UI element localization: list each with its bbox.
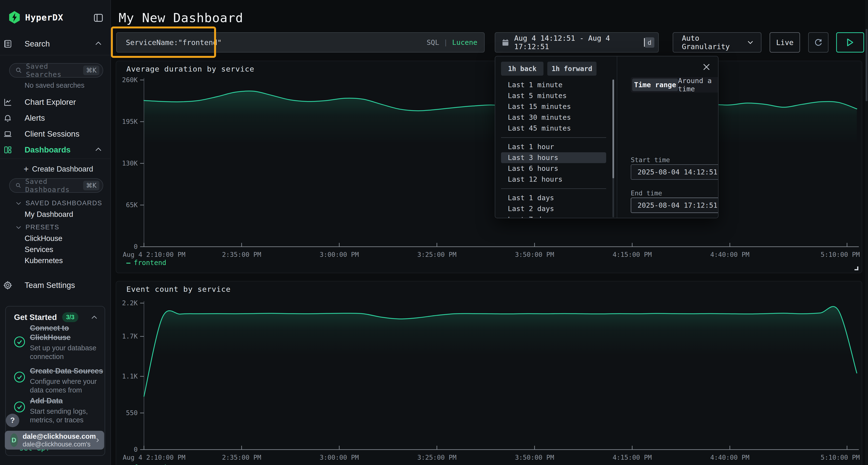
- sidebar-item-label: Client Sessions: [25, 129, 79, 138]
- scrollbar-thumb[interactable]: [613, 79, 614, 178]
- sidebar-item-client-sessions[interactable]: Client Sessions: [0, 126, 111, 142]
- get-started-item[interactable]: Add Data Start sending logs, metrics, or…: [30, 396, 100, 424]
- get-started-item[interactable]: Create Data Sources Configure where your…: [30, 366, 103, 394]
- tab-around-a-time[interactable]: Around a time: [678, 78, 718, 91]
- hyperdx-app: HyperDX Search Saved Search: [0, 0, 868, 465]
- svg-text:1.1K: 1.1K: [122, 372, 138, 380]
- panel-resize-handle[interactable]: [855, 266, 858, 270]
- filter-query-text: ServiceName:"frontend": [126, 38, 222, 47]
- svg-text:2:35:00 PM: 2:35:00 PM: [222, 251, 261, 258]
- quick-range-item[interactable]: Last 30 minutes: [501, 112, 606, 123]
- get-started-item[interactable]: Connect to ClickHouse Set up your databa…: [30, 323, 100, 361]
- sidebar-item-chart-explorer[interactable]: Chart Explorer: [0, 94, 111, 110]
- sidebar-item-my-dashboard[interactable]: My Dashboard: [25, 210, 73, 219]
- saved-dashboards-placeholder: Saved Dashboards: [25, 177, 83, 194]
- sidebar-item-label: Team Settings: [25, 281, 75, 290]
- sidebar-item-search[interactable]: Search: [0, 36, 111, 52]
- chart-legend[interactable]: — frontend: [126, 259, 166, 267]
- get-started-item-title: Connect to ClickHouse: [30, 323, 100, 342]
- start-time-value: 2025-08-04 14:12:51: [638, 168, 717, 176]
- end-time-value: 2025-08-04 17:12:51: [638, 201, 717, 209]
- section-header: PRESETS: [26, 224, 59, 231]
- svg-text:3:00:00 PM: 3:00:00 PM: [320, 251, 359, 258]
- bell-icon: [0, 113, 16, 123]
- svg-text:195K: 195K: [122, 118, 138, 125]
- sidebar-divider: [0, 55, 111, 56]
- quick-range-item[interactable]: Last 2 days: [501, 203, 606, 214]
- dashboard-filter-input[interactable]: ServiceName:"frontend" SQL | Lucene: [116, 32, 485, 53]
- shortcut-badge: ⌘K: [83, 181, 99, 190]
- play-icon: [846, 38, 854, 46]
- user-menu[interactable]: D dale@clickhouse.com dale@clickhouse.co…: [5, 431, 104, 450]
- quick-range-item[interactable]: Last 6 hours: [501, 163, 606, 174]
- sidebar-item-kubernetes[interactable]: Kubernetes: [25, 256, 63, 265]
- run-query-button[interactable]: [836, 32, 864, 53]
- sidebar-item-team-settings[interactable]: Team Settings: [0, 277, 111, 293]
- get-started-header[interactable]: Get Started 3/3: [14, 312, 98, 322]
- check-circle-icon: [13, 336, 26, 348]
- svg-text:Aug 4 2:10:00 PM: Aug 4 2:10:00 PM: [123, 454, 185, 461]
- svg-text:1.7K: 1.7K: [122, 332, 138, 340]
- sidebar-item-services[interactable]: Services: [25, 245, 53, 254]
- quick-range-item[interactable]: Last 5 minutes: [501, 90, 606, 101]
- chart-panel-avg-duration: Average duration by service 065K130K195K…: [116, 61, 862, 273]
- get-started-badge: 3/3: [62, 312, 79, 322]
- sidebar-item-alerts[interactable]: Alerts: [0, 110, 111, 126]
- get-started-title: Get Started: [14, 313, 57, 322]
- lucene-toggle[interactable]: Lucene: [452, 38, 477, 46]
- shift-forward-button[interactable]: 1h forward: [547, 62, 596, 76]
- dashboards-icon: [0, 145, 16, 155]
- help-button[interactable]: ?: [6, 414, 19, 427]
- logo[interactable]: HyperDX: [9, 10, 63, 24]
- quick-range-item[interactable]: Last 12 hours: [501, 174, 606, 185]
- plus-icon: +: [24, 165, 29, 173]
- tab-time-range[interactable]: Time range: [632, 78, 678, 91]
- avatar: D: [10, 433, 18, 447]
- sidebar-item-clickhouse[interactable]: ClickHouse: [25, 234, 62, 243]
- section-header: SAVED DASHBOARDS: [26, 199, 102, 207]
- chart-title: Event count by service: [126, 285, 231, 294]
- svg-text:Aug 4 2:10:00 PM: Aug 4 2:10:00 PM: [123, 251, 185, 258]
- saved-dashboards-input[interactable]: Saved Dashboards ⌘K: [9, 178, 103, 193]
- calendar-icon: [501, 38, 509, 46]
- quick-range-item[interactable]: Last 1 minute: [501, 79, 606, 90]
- start-time-input[interactable]: 2025-08-04 14:12:51: [631, 164, 718, 180]
- svg-text:4:40:00 PM: 4:40:00 PM: [710, 251, 750, 258]
- page-scrollbar-thumb[interactable]: [866, 29, 868, 101]
- refresh-button[interactable]: [808, 32, 829, 53]
- get-started-item-title: Add Data: [30, 396, 100, 405]
- time-picker-tabs: Time range Around a time: [631, 77, 718, 93]
- create-dashboard-button[interactable]: + Create Dashboard: [24, 165, 93, 173]
- time-range-input[interactable]: Aug 4 14:12:51 - Aug 4 17:12:51 d: [495, 32, 659, 53]
- gear-icon: [0, 280, 16, 290]
- saved-searches-placeholder: Saved Searches: [26, 62, 83, 78]
- presets-section-toggle[interactable]: PRESETS: [16, 224, 59, 231]
- sql-toggle[interactable]: SQL: [427, 38, 439, 46]
- quick-range-item[interactable]: Last 45 minutes: [501, 123, 606, 134]
- page-title: My New Dashboard: [119, 10, 243, 25]
- quick-range-item[interactable]: Last 15 minutes: [501, 101, 606, 112]
- sidebar-item-label: Chart Explorer: [25, 98, 76, 107]
- chart-legend[interactable]: — frontend: [126, 464, 166, 465]
- quick-range-item[interactable]: Last 1 days: [501, 193, 606, 203]
- logo-text: HyperDX: [25, 12, 63, 23]
- shift-back-button[interactable]: 1h back: [501, 62, 544, 76]
- svg-text:0: 0: [134, 243, 138, 250]
- sidebar-item-dashboards[interactable]: Dashboards: [0, 142, 111, 158]
- line-chart-canvas[interactable]: 05501.1K1.7K2.2KAug 4 2:10:00 PM2:35:00 …: [116, 281, 862, 465]
- check-circle-icon: [13, 371, 26, 383]
- quick-range-item[interactable]: Last 3 hours: [501, 152, 606, 163]
- sidebar-collapse-icon[interactable]: [93, 12, 104, 23]
- saved-dashboards-section-toggle[interactable]: SAVED DASHBOARDS: [16, 199, 102, 207]
- granularity-select[interactable]: Auto Granularity: [673, 32, 762, 53]
- saved-searches-input[interactable]: Saved Searches ⌘K: [9, 63, 103, 77]
- line-chart-canvas[interactable]: 065K130K195K260KAug 4 2:10:00 PM2:35:00 …: [116, 61, 862, 273]
- svg-text:130K: 130K: [122, 160, 138, 167]
- quick-range-item[interactable]: Last 7 days: [501, 214, 606, 218]
- svg-text:3:25:00 PM: 3:25:00 PM: [417, 251, 457, 258]
- sidebar-item-label: Search: [25, 39, 50, 48]
- live-button[interactable]: Live: [770, 32, 800, 53]
- quick-range-item[interactable]: Last 1 hour: [501, 141, 606, 152]
- end-time-input[interactable]: 2025-08-04 17:12:51: [631, 198, 718, 213]
- chevron-down-icon: [16, 225, 22, 230]
